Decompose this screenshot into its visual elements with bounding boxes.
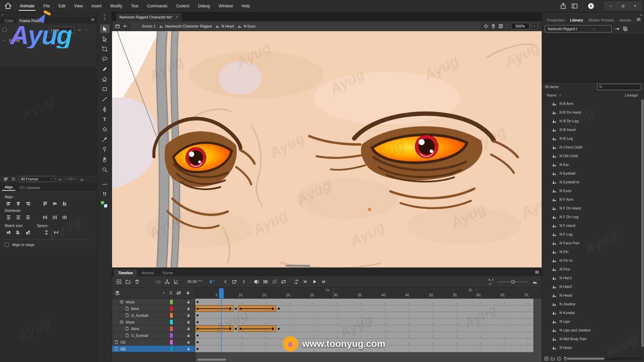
library-item[interactable]: N DN Cloth bbox=[542, 152, 644, 160]
new-symbol-icon[interactable] bbox=[544, 356, 549, 361]
align-bottom-button[interactable] bbox=[61, 200, 68, 207]
timeline-zoom-icon[interactable] bbox=[532, 279, 538, 285]
library-item[interactable]: N Hair1 bbox=[542, 274, 644, 282]
menu-item[interactable]: Insert bbox=[87, 0, 106, 12]
library-item[interactable]: N F Arm bbox=[542, 195, 644, 204]
rotate-stage-icon[interactable] bbox=[491, 23, 496, 29]
align-middle-vertical-button[interactable] bbox=[51, 200, 58, 207]
library-item[interactable]: N Eyes bbox=[542, 186, 644, 195]
layer-name[interactable]: Blink bbox=[131, 307, 139, 311]
layer-name[interactable]: GE bbox=[120, 340, 126, 344]
frames-filter-select[interactable]: All Frames bbox=[19, 176, 55, 182]
fp-more-icon[interactable] bbox=[84, 28, 89, 32]
align-left-button[interactable] bbox=[5, 200, 12, 207]
tool-button[interactable] bbox=[100, 35, 109, 43]
collapse-tools-icon[interactable]: « bbox=[104, 13, 106, 17]
layer-name[interactable]: G_Eyeball bbox=[131, 313, 148, 317]
tool-button[interactable]: T bbox=[100, 115, 109, 124]
panel-tab[interactable]: Assets bbox=[617, 17, 634, 23]
space-horizontal-button[interactable] bbox=[52, 229, 60, 236]
align-tab[interactable]: CC Libraries bbox=[17, 185, 43, 191]
library-item[interactable]: N Fin In bbox=[542, 256, 644, 265]
menu-item[interactable]: Help bbox=[237, 0, 254, 12]
layer-row[interactable]: Blink bbox=[112, 305, 195, 312]
linkage-column-header[interactable]: Linkage bbox=[625, 93, 638, 97]
new-folder-icon[interactable] bbox=[125, 279, 131, 285]
panel-tab[interactable]: Frame Picker bbox=[17, 18, 44, 23]
layer-color-swatch[interactable] bbox=[170, 306, 173, 311]
tool-button[interactable] bbox=[100, 180, 109, 189]
align-tab[interactable]: Align bbox=[2, 184, 15, 191]
lock-column-icon[interactable] bbox=[186, 291, 190, 295]
library-item[interactable]: N Eyeball bbox=[542, 169, 644, 178]
frame-field[interactable] bbox=[41, 38, 64, 43]
edit-scene-icon[interactable] bbox=[115, 23, 120, 29]
next-keyframe-icon[interactable] bbox=[241, 279, 247, 285]
timeline-tab[interactable]: Scene bbox=[159, 269, 177, 276]
layer-row[interactable]: GE bbox=[112, 346, 195, 352]
fp-option-icon[interactable] bbox=[77, 28, 82, 32]
breadcrumb-item[interactable]: Scene 1 bbox=[136, 24, 155, 28]
tool-button[interactable] bbox=[100, 65, 109, 73]
tool-button[interactable] bbox=[100, 95, 109, 104]
library-item[interactable]: N Jowline bbox=[542, 300, 644, 308]
align-top-button[interactable] bbox=[41, 200, 49, 207]
library-item[interactable]: N F Dn Leg bbox=[542, 213, 644, 221]
layer-row[interactable]: Mask bbox=[112, 319, 195, 325]
step-back-icon[interactable] bbox=[303, 279, 308, 285]
layer-parenting-icon[interactable] bbox=[164, 279, 170, 285]
tool-button[interactable] bbox=[100, 145, 109, 154]
layer-row[interactable]: GE bbox=[112, 339, 195, 346]
insert-keyframe-icon[interactable]: A bbox=[232, 279, 237, 285]
timeline-tab[interactable]: Actions bbox=[138, 269, 158, 276]
panel-menu-icon[interactable] bbox=[636, 17, 641, 22]
name-column-header[interactable]: Name bbox=[547, 93, 556, 97]
layer-lock-icon[interactable] bbox=[186, 320, 191, 324]
breadcrumb-item[interactable]: N Head bbox=[215, 24, 234, 28]
breadcrumb-item[interactable]: Naarkeshi Character Rigged bbox=[159, 24, 212, 28]
layer-lock-icon[interactable] bbox=[186, 340, 191, 344]
timeline-menu-icon[interactable] bbox=[534, 269, 540, 275]
menu-item[interactable]: File bbox=[39, 0, 54, 12]
library-item[interactable]: N B Dn Leg bbox=[542, 117, 644, 125]
library-item[interactable]: N F Hand bbox=[542, 221, 644, 230]
layer-color-swatch[interactable] bbox=[170, 320, 173, 324]
tool-button[interactable] bbox=[100, 165, 109, 174]
layer-row[interactable]: G_Eyeball bbox=[112, 332, 195, 339]
library-search-input[interactable] bbox=[597, 84, 641, 90]
stage-canvas[interactable]: Ayug Ayug Ayug Ayug Ayug Ayug Ayug Ayug … bbox=[112, 31, 542, 267]
expand-panel-icon[interactable]: » bbox=[640, 13, 642, 17]
layer-color-swatch[interactable] bbox=[170, 326, 173, 331]
layer-lock-icon[interactable] bbox=[186, 313, 191, 317]
layer-row[interactable]: G_Eyeball bbox=[112, 312, 195, 319]
clip-content-icon[interactable] bbox=[498, 23, 503, 29]
menu-item[interactable]: Text bbox=[126, 0, 143, 12]
panel-tab[interactable]: Motion Presets bbox=[586, 17, 616, 23]
library-vscrollbar[interactable] bbox=[641, 99, 644, 347]
library-item[interactable]: N F Dn Hand bbox=[542, 204, 644, 213]
library-item[interactable]: N F Leg bbox=[542, 230, 644, 239]
tool-button[interactable] bbox=[100, 135, 109, 144]
library-item[interactable]: N Lips and Jowline bbox=[542, 326, 644, 335]
library-item[interactable]: N Mid Body Part bbox=[542, 335, 644, 343]
timeline-tab[interactable]: Timeline bbox=[114, 269, 137, 276]
graph-editor-icon[interactable] bbox=[173, 279, 179, 285]
library-item[interactable]: N Head bbox=[542, 291, 644, 300]
tool-button[interactable] bbox=[100, 85, 109, 94]
outline-column-icon[interactable] bbox=[169, 291, 173, 295]
layer-lock-icon[interactable] bbox=[186, 327, 191, 331]
stroke-color-chip[interactable] bbox=[101, 201, 105, 205]
distribute-center-vertical-button[interactable] bbox=[14, 214, 22, 221]
panel-tab[interactable]: Library bbox=[568, 17, 585, 23]
library-item[interactable]: N Fin bbox=[542, 247, 644, 256]
layer-color-swatch[interactable] bbox=[170, 333, 173, 338]
fp-zoom-slider[interactable] bbox=[65, 179, 76, 179]
hide-column-icon[interactable] bbox=[176, 290, 181, 296]
edit-multiple-frames-icon[interactable] bbox=[272, 279, 277, 285]
library-item[interactable]: N B Hand bbox=[542, 125, 644, 134]
menu-item[interactable]: Window bbox=[214, 0, 237, 12]
layer-row[interactable]: Blink bbox=[112, 325, 195, 332]
stage-hscrollbar[interactable] bbox=[285, 265, 310, 267]
play-icon[interactable] bbox=[312, 279, 317, 285]
layer-color-swatch[interactable] bbox=[170, 340, 173, 345]
